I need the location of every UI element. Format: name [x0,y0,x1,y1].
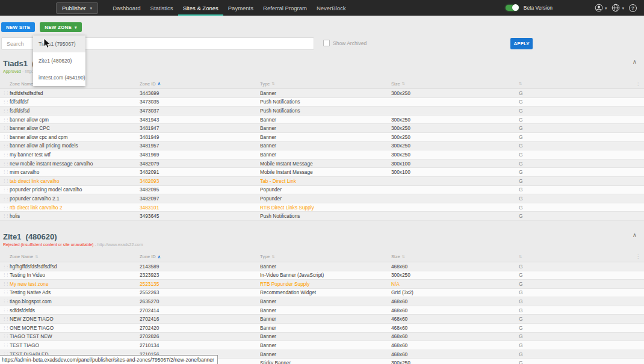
col-type[interactable]: Type ⇅ [260,254,391,259]
table-row[interactable]: ⋮⋮ fdfsdfdsf 3473035 Push Notifications … [0,98,644,107]
drag-handle-icon[interactable]: ⋮⋮ [2,290,10,295]
drag-handle-icon[interactable]: ⋮⋮ [2,99,10,104]
table-row[interactable]: ⋮⋮ Testing Native Ads 2552263 Recommenda… [0,289,644,298]
table-row[interactable]: ⋮⋮ mim carvalho 3482091 Mobile Instant M… [0,168,644,177]
zone-name-cell: popunder carvalho 2.1 [10,196,140,202]
col-zone-name[interactable]: Zone Name ⇅ [10,254,140,259]
drag-handle-icon[interactable]: ⋮⋮ [2,179,10,184]
table-row[interactable]: ⋮⋮ banner allow CPC 3481947 Banner 300x2… [0,124,644,133]
drag-handle-icon[interactable]: ⋮⋮ [2,214,10,218]
table-row[interactable]: ⋮⋮ new mobile instant message carvalho 3… [0,159,644,168]
col-type[interactable]: Type ⇅ [260,81,391,87]
beta-version-toggle[interactable] [506,5,519,11]
table-row[interactable]: ⋮⋮ banner allow cpc and cpm 3481949 Bann… [0,133,644,142]
zone-type-cell: Banner [260,117,391,123]
nav-neverblock[interactable]: NeverBlock [312,0,351,16]
nav-statistics[interactable]: Statistics [146,0,178,16]
table-row[interactable]: ⋮⋮ my banner test wtf 3481969 Banner 300… [0,150,644,159]
col-g[interactable]: ⇅ [519,254,534,259]
col-g[interactable]: ⇅ [519,81,534,86]
drag-handle-icon[interactable]: ⋮⋮ [2,117,10,122]
drag-handle-icon[interactable]: ⋮⋮ [2,308,10,313]
drag-handle-icon[interactable]: ⋮⋮ [2,316,10,321]
table-row[interactable]: ⋮⋮ banner allow all pricing models 34819… [0,142,644,151]
drag-handle-icon[interactable]: ⋮⋮ [2,161,10,166]
drag-handle-icon[interactable]: ⋮⋮ [2,143,10,148]
table-row[interactable]: ⋮⋮ TEST TIAGO 2710134 Banner 468x60 G [0,341,644,350]
dropdown-item-zite1[interactable]: Zite1 (480620) [33,52,85,69]
table-row[interactable]: ⋮⋮ tiago.blogspot.com 2635270 Banner 468… [0,297,644,306]
account-menu-button[interactable]: ▾ [595,4,607,12]
table-row[interactable]: ⋮⋮ My new test zone 2523135 RTB Popunder… [0,280,644,289]
nav-referral-program[interactable]: Referral Program [258,0,312,16]
zone-size-cell: 468x60 [391,333,519,339]
table-row[interactable]: ⋮⋮ banner allow cpm 3481943 Banner 300x2… [0,116,644,125]
zone-name-cell: Testing Native Ads [10,289,140,295]
table-row[interactable]: ⋮⋮ fsdfdsfsd 3473037 Push Notifications … [0,106,644,116]
publisher-label: Publisher [62,5,86,11]
drag-handle-icon[interactable]: ⋮⋮ [2,126,10,131]
drag-handle-icon[interactable]: ⋮⋮ [2,299,10,304]
language-menu-button[interactable]: ▾ [611,4,624,12]
dropdown-item-tiads1[interactable]: Tiads1 (795067) [33,35,85,52]
table-row[interactable]: ⋮⋮ hgfhgffdsfdsfsdfsdfsd 2143589 Banner … [0,262,644,271]
drag-handle-icon[interactable]: ⋮⋮ [2,282,10,286]
nav-sites-and-zones[interactable]: Sites & Zones [178,0,223,16]
zone-name-cell: My new test zone [10,281,140,287]
table-row[interactable]: ⋮⋮ Testing In Video 2323923 In-Video Ban… [0,271,644,280]
publisher-dropdown-button[interactable]: Publisher ▾ [56,2,98,14]
kebab-icon[interactable]: ⋮ [636,254,644,259]
new-zone-button[interactable]: NEW ZONE ▾ [40,22,81,32]
zone-id-cell: 3473037 [140,108,260,114]
table-row[interactable]: ⋮⋮ TIAGO TEST NEW 2702826 Banner 468x60 … [0,333,644,342]
drag-handle-icon[interactable]: ⋮⋮ [2,91,10,96]
table-row[interactable]: ⋮⋮ fsdfdsfsdfsdfsd 3443699 Banner 300x25… [0,89,644,98]
caret-down-icon: ▾ [605,6,607,10]
zone-size-cell: 468x60 [391,298,519,304]
collapse-icon[interactable]: ∧ [633,58,637,65]
drag-handle-icon[interactable]: ⋮⋮ [2,205,10,210]
col-size[interactable]: Size ⇅ [391,81,519,87]
drag-handle-icon[interactable]: ⋮⋮ [2,325,10,330]
table-row[interactable]: ⋮⋮ sdfdsfdsfds 2702414 Banner 468x60 G [0,306,644,315]
drag-handle-icon[interactable]: ⋮⋮ [2,187,10,192]
zone-name-cell: fsdfdsfsdfsdfsd [10,90,140,96]
nav-dashboard[interactable]: Dashboard [108,0,145,16]
zone-size-cell: 468x60 [391,342,519,348]
drag-handle-icon[interactable]: ⋮⋮ [2,273,10,277]
drag-handle-icon[interactable]: ⋮⋮ [2,334,10,339]
table-row[interactable]: ⋮⋮ tab direct link carvalho 3482093 Tab … [0,177,644,186]
drag-handle-icon[interactable]: ⋮⋮ [2,170,10,174]
drag-handle-icon[interactable]: ⋮⋮ [2,343,10,348]
zone-id-cell: 3483101 [140,205,260,211]
table-row[interactable]: ⋮⋮ popunder pricing model carvalho 34820… [0,186,644,195]
show-archived-checkbox[interactable] [323,40,330,46]
col-size[interactable]: Size ⇅ [391,254,519,259]
table-row[interactable]: ⋮⋮ popunder carvalho 2.1 3482097 Popunde… [0,194,644,203]
top-navbar: Publisher ▾ Dashboard Statistics Sites &… [0,0,644,16]
zone-name-cell: mim carvalho [10,169,140,175]
dropdown-item-imtest[interactable]: imtest.com (454190) [33,69,85,86]
google-badge-icon: G [519,360,534,364]
kebab-icon[interactable]: ⋮ [636,81,644,87]
new-site-button[interactable]: NEW SITE [1,22,35,32]
zone-name-cell: fdfsdfdsf [10,99,140,105]
collapse-icon[interactable]: ∧ [633,232,637,238]
help-icon[interactable]: ? [629,4,637,12]
drag-handle-icon[interactable]: ⋮⋮ [2,108,10,113]
google-badge-icon: G [519,99,534,105]
table-row[interactable]: ⋮⋮ holis 3493645 Push Notifications G [0,212,644,221]
col-zone-id[interactable]: Zone ID ∧ [140,254,260,259]
apply-button[interactable]: APPLY [510,38,533,49]
table-row[interactable]: ⋮⋮ rtb direct link carvalho 2 3483101 RT… [0,203,644,212]
col-zone-id[interactable]: Zone ID ∧ [140,81,260,87]
zone-id-cell: 3481969 [140,152,260,158]
drag-handle-icon[interactable]: ⋮⋮ [2,264,10,269]
drag-handle-icon[interactable]: ⋮⋮ [2,152,10,157]
drag-handle-icon[interactable]: ⋮⋮ [2,135,10,140]
drag-handle-icon[interactable]: ⋮⋮ [2,196,10,201]
table-row[interactable]: ⋮⋮ NEW ZONE TIAGO 2702416 Banner 468x60 … [0,315,644,324]
nav-payments[interactable]: Payments [223,0,258,16]
zone-size-cell: 468x60 [391,351,519,357]
table-row[interactable]: ⋮⋮ ONE MORE TIAGO 2702420 Banner 468x60 … [0,324,644,333]
